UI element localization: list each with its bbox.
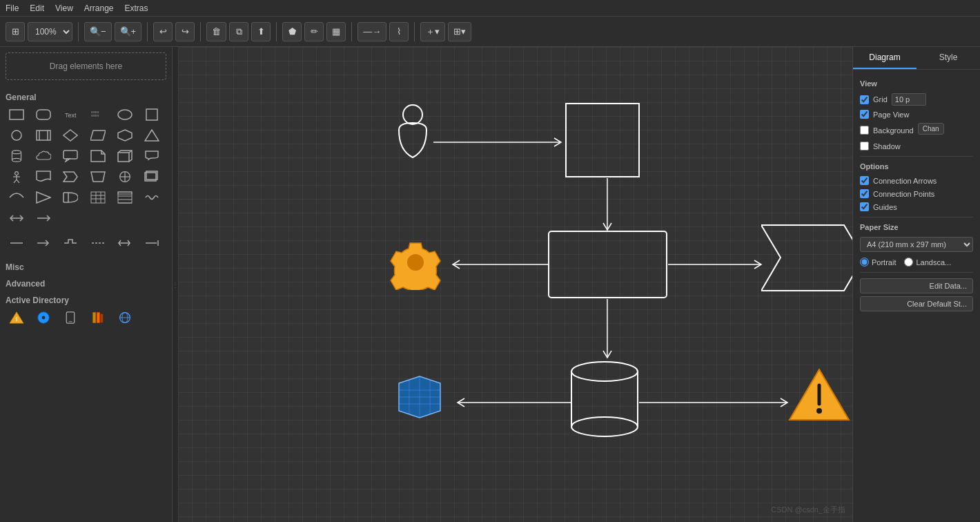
duplicate-button[interactable]: ⧉ [229,22,248,41]
pageview-checkbox[interactable] [860,110,869,119]
shape-circle[interactable] [6,126,28,145]
shape-parallelogram[interactable] [87,126,109,145]
tab-style[interactable]: Style [917,47,980,69]
menu-extras[interactable]: Extras [125,3,148,13]
tab-diagram[interactable]: Diagram [853,47,917,69]
shape-process[interactable] [32,126,55,145]
undo-button[interactable]: ↩ [153,22,173,41]
shape-note[interactable]: ≡≡≡≡ ≡≡≡≡ [87,105,109,124]
section-advanced[interactable]: Advanced [6,275,166,291]
conn-end[interactable] [141,233,163,253]
shape-hexagon[interactable] [114,126,136,145]
fill-button[interactable]: ⬟ [282,22,302,41]
svg-rect-6 [146,109,157,120]
shape-square[interactable] [141,105,163,124]
shape-cd[interactable] [32,308,55,327]
connection-arrows-checkbox[interactable] [860,176,869,185]
connection-points-checkbox[interactable] [860,189,869,198]
shape-arrow-right[interactable] [32,209,55,228]
shape-warning[interactable]: ! [6,308,28,327]
zoom-select[interactable]: 100% 75% 150% [28,22,72,41]
format-button[interactable]: ⊞ [6,22,25,41]
svg-marker-78 [761,225,852,291]
shape-rect-3d[interactable] [114,146,136,166]
conn-double[interactable] [114,233,136,253]
shape-document[interactable] [32,167,55,186]
separator-2 [147,22,148,41]
resize-handle[interactable]: ⋮ [173,47,178,522]
svg-rect-65 [97,313,99,323]
shape-table[interactable] [87,188,109,207]
landscape-radio[interactable] [904,258,913,267]
grid-row: Grid [860,93,973,106]
divider-2 [860,217,973,218]
waypoint-button[interactable]: ⌇ [389,22,409,41]
drag-drop-area[interactable]: Drag elements here [6,52,166,80]
background-change-button[interactable]: Chan [918,123,944,135]
shape-rounded[interactable] [32,105,55,124]
shape-arc[interactable] [6,188,28,207]
section-general[interactable]: General [6,88,166,105]
table-button[interactable]: ⊞▾ [448,22,471,41]
shape-cloud[interactable] [32,146,55,166]
shape-triangle-right[interactable] [32,188,55,207]
grid-checkbox[interactable] [860,95,869,104]
edit-data-button[interactable]: Edit Data... [860,278,973,293]
zoom-in-button[interactable]: 🔍− [84,22,112,41]
insert-button[interactable]: ＋▾ [420,22,445,41]
conn-line[interactable] [6,233,28,253]
zoom-out-button[interactable]: 🔍+ [115,22,142,41]
shape-manual[interactable] [87,167,109,186]
connection-points-row: Connection Points [860,189,973,198]
shape-cylinder[interactable] [6,146,28,166]
shape-books[interactable] [87,308,109,327]
paper-size-section-title: Paper Size [860,223,973,231]
main-area: Drag elements here General Text ≡≡≡≡ [0,47,980,522]
connector-button[interactable]: —→ [357,22,386,41]
pageview-row: Page View [860,110,973,119]
menu-file[interactable]: File [6,3,19,13]
portrait-radio[interactable] [860,258,869,267]
background-checkbox[interactable] [860,126,869,135]
shape-squiggle[interactable] [141,188,163,207]
conn-dash[interactable] [87,233,109,253]
section-misc[interactable]: Misc [6,258,166,275]
shape-list[interactable] [114,188,136,207]
menu-arrange[interactable]: Arrange [84,3,114,13]
shape-person[interactable] [6,167,28,186]
shape-text[interactable]: Text [59,105,81,124]
shadow-button[interactable]: ▦ [326,22,346,41]
delete-button[interactable]: 🗑 [206,22,226,41]
shape-step[interactable] [59,167,81,186]
guides-checkbox[interactable] [860,202,869,211]
shape-ellipse[interactable] [114,105,136,124]
grid-value-input[interactable] [892,93,926,106]
shape-or[interactable] [114,167,136,186]
clear-default-button[interactable]: Clear Default St... [860,296,973,311]
shape-multidoc[interactable] [141,167,163,186]
arrow-gear-box2 [442,258,549,271]
shape-network[interactable] [114,308,136,327]
shape-triangle[interactable] [141,126,163,145]
section-active-directory[interactable]: Active Directory [6,291,166,308]
connection-arrows-label: Connection Arrows [873,177,937,185]
redo-button[interactable]: ↪ [175,22,195,41]
shape-phone[interactable] [59,308,81,327]
shape-bidirectional[interactable] [6,209,28,228]
canvas-area[interactable]: CSDN @csdn_金手指 [178,47,852,522]
conn-seg[interactable] [59,233,81,253]
shape-note2[interactable] [87,146,109,166]
svg-rect-49 [118,192,132,203]
shape-speech[interactable] [141,146,163,166]
shape-callout[interactable] [59,146,81,166]
conn-arrow[interactable] [32,233,55,253]
shape-d-shape[interactable] [59,188,81,207]
shadow-checkbox[interactable] [860,142,869,151]
shape-diamond[interactable] [59,126,81,145]
to-front-button[interactable]: ⬆ [251,22,271,41]
menu-view[interactable]: View [55,3,73,13]
shape-rect[interactable] [6,105,28,124]
stroke-button[interactable]: ✏ [304,22,324,41]
paper-size-select[interactable]: A4 (210 mm x 297 mm) [860,237,973,252]
menu-edit[interactable]: Edit [30,3,44,13]
